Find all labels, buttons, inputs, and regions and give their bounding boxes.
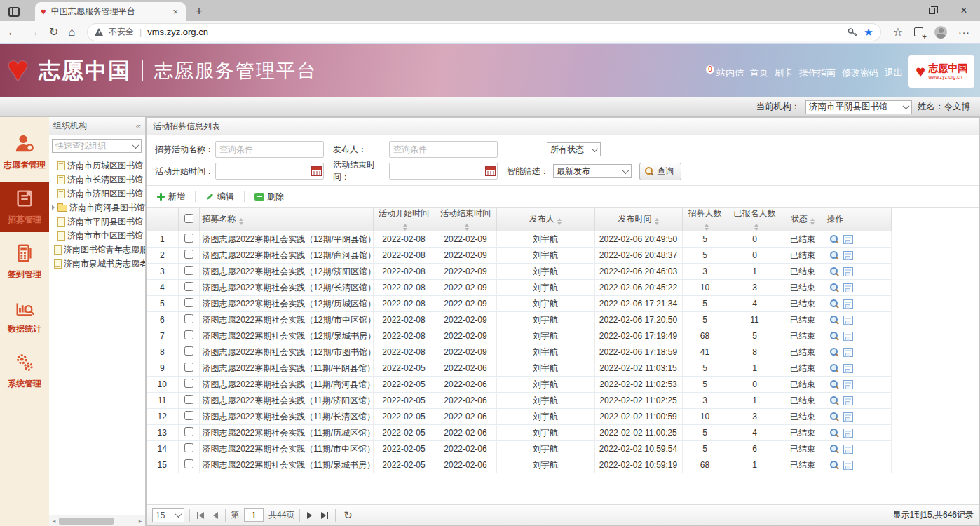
- tree-horizontal-scrollbar[interactable]: ◂ ▸: [49, 515, 145, 526]
- current-org-select[interactable]: 济南市平阴县图书馆: [805, 100, 912, 114]
- org-tree-item[interactable]: 济南市历城区图书馆: [49, 159, 145, 173]
- org-quick-search-combo[interactable]: 快速查找组织: [52, 139, 142, 153]
- row-checkbox[interactable]: [184, 250, 193, 259]
- table-row[interactable]: 4 济图志愿2022寒期社会实践（12期/长清区馆） 2022-02-08 20…: [147, 280, 891, 296]
- calendar-icon[interactable]: [311, 166, 322, 176]
- edit-button[interactable]: 编辑: [201, 189, 238, 204]
- add-button[interactable]: 新增: [152, 189, 189, 204]
- view-icon[interactable]: [830, 445, 839, 454]
- row-checkbox[interactable]: [184, 443, 193, 452]
- sort-icon[interactable]: [810, 218, 815, 225]
- row-checkbox[interactable]: [184, 266, 193, 275]
- org-tree-item[interactable]: 济南市商河县图书馆: [49, 201, 145, 215]
- org-tree-item[interactable]: 济南市长清区图书馆: [49, 173, 145, 187]
- activity-name-input[interactable]: [215, 141, 324, 158]
- start-time-field[interactable]: [216, 164, 311, 178]
- table-row[interactable]: 12 济图志愿2022寒期社会实践（11期/长清区馆） 2022-02-05 2…: [147, 409, 891, 425]
- row-checkbox[interactable]: [184, 346, 193, 356]
- signup-list-icon[interactable]: [843, 396, 853, 405]
- last-page-button[interactable]: [319, 512, 330, 519]
- col-start[interactable]: 活动开始时间: [373, 208, 435, 231]
- table-row[interactable]: 11 济图志愿2022寒期社会实践（11期/济阳区馆） 2022-02-05 2…: [147, 393, 891, 409]
- table-row[interactable]: 15 济图志愿2022寒期社会实践（11期/泉城书房） 2022-02-05 2…: [147, 457, 891, 473]
- view-icon[interactable]: [830, 461, 839, 470]
- panel-collapse-icon[interactable]: «: [136, 121, 141, 131]
- chevron-down-icon[interactable]: [900, 104, 911, 109]
- row-checkbox[interactable]: [184, 427, 193, 436]
- chevron-down-icon[interactable]: [172, 513, 184, 518]
- col-applied[interactable]: 已报名人数: [728, 208, 782, 231]
- smart-filter-select[interactable]: 最新发布: [553, 164, 632, 178]
- sort-icon[interactable]: [754, 224, 758, 231]
- table-row[interactable]: 7 济图志愿2022寒期社会实践（12期/泉城书房） 2022-02-08 20…: [147, 328, 891, 344]
- sidebar-item-recruit-management[interactable]: 招募管理: [0, 182, 49, 232]
- row-checkbox[interactable]: [184, 395, 193, 404]
- favorites-bar-icon[interactable]: ☆: [893, 25, 903, 39]
- sort-icon[interactable]: [403, 224, 407, 231]
- org-tree-item[interactable]: 济南市济阳区图书馆: [49, 187, 145, 201]
- col-quota[interactable]: 招募人数: [682, 208, 728, 231]
- nav-change-password-link[interactable]: 修改密码: [842, 67, 878, 79]
- tab-layout-icon[interactable]: [8, 7, 20, 17]
- sidebar-item-data-statistics[interactable]: 数据统计: [0, 291, 49, 342]
- window-minimize-button[interactable]: —: [883, 0, 916, 21]
- row-checkbox[interactable]: [184, 379, 193, 388]
- signup-list-icon[interactable]: [843, 364, 853, 373]
- sort-icon[interactable]: [705, 224, 709, 231]
- url-text[interactable]: vms.zyz.org.cn: [147, 27, 841, 37]
- table-row[interactable]: 8 济图志愿2022寒期社会实践（12期/市图书馆） 2022-02-08 20…: [147, 344, 891, 360]
- end-time-input[interactable]: [389, 163, 498, 180]
- sort-icon[interactable]: [655, 218, 659, 225]
- window-close-button[interactable]: ×: [948, 0, 980, 21]
- org-tree-item[interactable]: 济南市平阴县图书馆: [49, 215, 145, 229]
- sort-icon[interactable]: [465, 224, 469, 231]
- view-icon[interactable]: [830, 348, 839, 357]
- table-row[interactable]: 13 济图志愿2022寒期社会实践（11期/历城区馆） 2022-02-05 2…: [147, 425, 891, 441]
- row-checkbox[interactable]: [184, 363, 193, 372]
- col-publish-time[interactable]: 发布时间: [594, 208, 682, 231]
- browser-menu-icon[interactable]: ···: [958, 27, 970, 38]
- view-icon[interactable]: [830, 412, 839, 422]
- signup-list-icon[interactable]: [843, 299, 853, 309]
- chevron-down-icon[interactable]: [620, 169, 631, 174]
- table-row[interactable]: 5 济图志愿2022寒期社会实践（12期/历城区馆） 2022-02-08 20…: [147, 296, 891, 312]
- nav-messages-link[interactable]: 站内信: [716, 67, 744, 79]
- view-icon[interactable]: [830, 332, 839, 341]
- table-row[interactable]: 2 济图志愿2022寒期社会实践（12期/商河县馆） 2022-02-08 20…: [147, 248, 891, 264]
- start-time-input[interactable]: [215, 163, 324, 180]
- org-tree-item[interactable]: 济南图书馆青年志愿服: [49, 243, 145, 257]
- signup-list-icon[interactable]: [843, 412, 853, 422]
- refresh-button[interactable]: ↻: [49, 25, 58, 39]
- home-button[interactable]: ⌂: [68, 26, 75, 39]
- table-row[interactable]: 9 济图志愿2022寒期社会实践（11期/平阴县馆） 2022-02-05 20…: [147, 360, 891, 377]
- view-icon[interactable]: [830, 380, 839, 389]
- table-row[interactable]: 3 济图志愿2022寒期社会实践（12期/济阳区馆） 2022-02-08 20…: [147, 264, 891, 280]
- collections-icon[interactable]: [914, 27, 923, 36]
- col-end[interactable]: 活动结束时间: [435, 208, 496, 231]
- signup-list-icon[interactable]: [843, 332, 853, 341]
- table-row[interactable]: 1 济图志愿2022寒期社会实践（12期/平阴县馆） 2022-02-08 20…: [147, 231, 891, 248]
- view-icon[interactable]: [830, 267, 839, 276]
- nav-swipe-card-link[interactable]: 刷卡: [775, 67, 793, 79]
- sort-icon[interactable]: [557, 218, 562, 225]
- nav-guide-link[interactable]: 操作指南: [799, 67, 836, 79]
- query-button[interactable]: 查询: [639, 163, 681, 180]
- col-name[interactable]: 招募名称: [199, 208, 373, 231]
- view-icon[interactable]: [830, 299, 839, 309]
- next-page-button[interactable]: [305, 512, 314, 519]
- sidebar-item-system-management[interactable]: 系统管理: [0, 346, 49, 396]
- org-tree-item[interactable]: 济南市市中区图书馆: [49, 229, 145, 243]
- col-publisher[interactable]: 发布人: [496, 208, 594, 231]
- address-bar[interactable]: 不安全 | vms.zyz.org.cn ★: [88, 24, 880, 41]
- signup-list-icon[interactable]: [843, 251, 853, 260]
- view-icon[interactable]: [830, 364, 839, 373]
- back-button[interactable]: ←: [7, 26, 18, 39]
- row-checkbox[interactable]: [184, 459, 193, 468]
- row-checkbox[interactable]: [184, 411, 193, 420]
- signup-list-icon[interactable]: [843, 348, 853, 357]
- nav-logout-link[interactable]: 退出: [885, 67, 903, 79]
- scroll-left-icon[interactable]: ◂: [49, 518, 59, 525]
- view-icon[interactable]: [830, 429, 839, 438]
- not-secure-warning-icon[interactable]: [95, 28, 103, 36]
- calendar-icon[interactable]: [485, 166, 496, 176]
